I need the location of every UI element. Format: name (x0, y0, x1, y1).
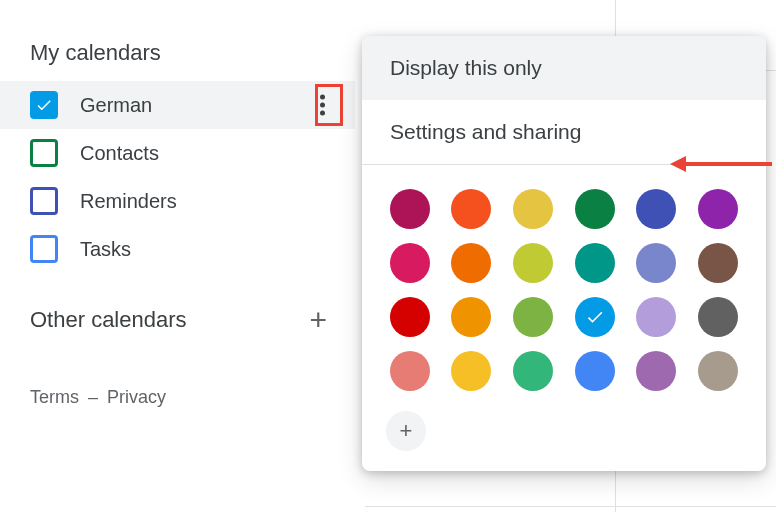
color-swatch[interactable] (575, 243, 615, 283)
color-swatch[interactable] (636, 243, 676, 283)
calendar-item-tasks[interactable]: Tasks (0, 225, 355, 273)
color-swatch[interactable] (636, 189, 676, 229)
calendar-label: German (80, 94, 152, 117)
calendar-list: German Contacts Reminders Tasks (0, 81, 355, 273)
color-swatch[interactable] (390, 189, 430, 229)
kebab-menu[interactable] (310, 89, 335, 122)
calendar-label: Reminders (80, 190, 177, 213)
color-swatch[interactable] (698, 297, 738, 337)
other-calendars-row: Other calendars + (0, 273, 355, 337)
checkbox-tasks[interactable] (30, 235, 58, 263)
checkmark-icon (35, 96, 53, 114)
color-picker-grid (362, 165, 766, 411)
other-calendars-header[interactable]: Other calendars (30, 307, 187, 333)
color-swatch[interactable] (513, 351, 553, 391)
calendar-item-german[interactable]: German (0, 81, 355, 129)
color-swatch[interactable] (451, 189, 491, 229)
color-swatch[interactable] (451, 297, 491, 337)
checkbox-german[interactable] (30, 91, 58, 119)
calendar-options-popup: Display this only Settings and sharing + (362, 36, 766, 471)
footer-links: Terms – Privacy (0, 337, 355, 408)
color-swatch[interactable] (636, 297, 676, 337)
checkbox-contacts[interactable] (30, 139, 58, 167)
color-swatch[interactable] (513, 189, 553, 229)
checkmark-icon (585, 307, 605, 327)
terms-link[interactable]: Terms (30, 387, 79, 407)
color-swatch[interactable] (513, 243, 553, 283)
color-swatch[interactable] (698, 189, 738, 229)
calendar-label: Tasks (80, 238, 131, 261)
color-swatch[interactable] (698, 351, 738, 391)
sidebar: My calendars German Contacts Reminders T… (0, 0, 355, 408)
color-swatch[interactable] (390, 297, 430, 337)
calendar-item-reminders[interactable]: Reminders (0, 177, 355, 225)
color-swatch[interactable] (451, 243, 491, 283)
checkbox-reminders[interactable] (30, 187, 58, 215)
svg-marker-1 (670, 156, 686, 172)
add-calendar-icon[interactable]: + (309, 303, 335, 337)
color-swatch[interactable] (390, 243, 430, 283)
color-swatch[interactable] (575, 297, 615, 337)
color-swatch[interactable] (451, 351, 491, 391)
display-only-option[interactable]: Display this only (362, 36, 766, 100)
add-custom-color-button[interactable]: + (386, 411, 426, 451)
privacy-link[interactable]: Privacy (107, 387, 166, 407)
my-calendars-header[interactable]: My calendars (0, 40, 355, 81)
color-swatch[interactable] (636, 351, 676, 391)
color-swatch[interactable] (698, 243, 738, 283)
footer-separator: – (88, 387, 98, 407)
calendar-item-contacts[interactable]: Contacts (0, 129, 355, 177)
color-swatch[interactable] (575, 351, 615, 391)
calendar-label: Contacts (80, 142, 159, 165)
color-swatch[interactable] (390, 351, 430, 391)
annotation-arrow-icon (670, 154, 772, 174)
color-swatch[interactable] (513, 297, 553, 337)
color-swatch[interactable] (575, 189, 615, 229)
